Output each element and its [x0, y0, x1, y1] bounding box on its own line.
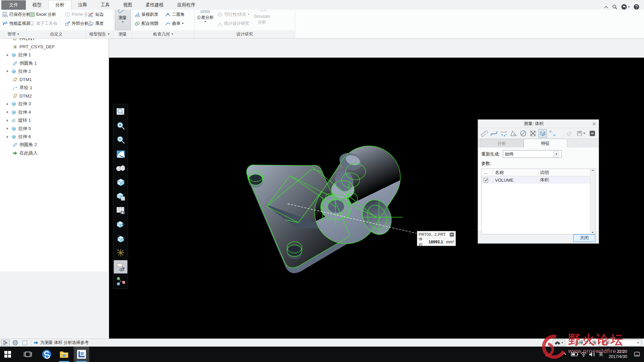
3d-model[interactable] — [246, 134, 413, 273]
expand-arrow-icon[interactable] — [6, 103, 9, 106]
collapse-dialog-button[interactable] — [588, 129, 597, 138]
dialog-title-bar[interactable]: 测量: 体积 — [478, 120, 599, 128]
spin-center-button[interactable] — [114, 274, 127, 288]
zoom-out-button[interactable] — [114, 133, 127, 147]
regenerate-dropdown[interactable]: 始终 — [503, 150, 562, 158]
tab-file[interactable]: 文件 — [1, 0, 26, 10]
dialog-close-button[interactable] — [589, 122, 599, 126]
checkbox-checked[interactable] — [484, 178, 488, 182]
find-button[interactable] — [553, 340, 565, 346]
curvature-button[interactable]: 曲率 — [164, 19, 195, 27]
statistical-design-study-button[interactable]: 统计设计研究 — [216, 19, 251, 27]
clock[interactable]: 22:20 2017/4/30 — [606, 349, 629, 359]
creo-taskbar-button[interactable] — [74, 347, 89, 362]
tree-item[interactable]: PRT_CSYS_DEF — [0, 43, 109, 51]
tree-item[interactable]: 倒圆角 2 — [0, 141, 109, 149]
tree-item[interactable]: 拉伸 5 — [0, 124, 109, 132]
tree-item[interactable]: 倒圆角 1 — [0, 59, 109, 67]
group-label-check-geometry[interactable]: 检查几何 — [132, 30, 194, 38]
file-explorer-button[interactable] — [56, 347, 72, 362]
table-row[interactable]: VOLUME 体积 — [482, 176, 595, 184]
tree-item[interactable]: 拉伸 4 — [0, 108, 109, 116]
tab-analysis[interactable]: 分析 — [48, 0, 71, 10]
tab-model[interactable]: 模型 — [26, 0, 48, 10]
wifi-icon[interactable] — [580, 352, 587, 357]
tab-annotate[interactable]: 注释 — [71, 0, 94, 10]
toolkit-based-button[interactable]: 基于工具包 — [28, 19, 63, 27]
zoom-in-button[interactable] — [114, 119, 127, 133]
full-screen-toggle-button[interactable] — [20, 340, 29, 346]
tree-item[interactable]: 拉伸 2 — [0, 67, 109, 75]
expand-arrow-icon[interactable] — [6, 135, 9, 138]
save-analysis-button[interactable] — [575, 129, 587, 138]
expand-arrow-icon[interactable] — [6, 70, 9, 73]
refit-button[interactable] — [114, 105, 127, 119]
dihedral-angle-button[interactable]: 二面角 — [164, 10, 195, 18]
draft-angle-button[interactable]: 拔模斜度 — [133, 10, 163, 18]
annotation-display-button[interactable] — [114, 260, 127, 274]
action-center-button[interactable] — [631, 347, 643, 362]
measure-angle-button[interactable] — [509, 129, 518, 138]
repaint-button[interactable] — [114, 147, 127, 161]
task-view-button[interactable] — [20, 347, 36, 362]
help-button[interactable] — [634, 4, 639, 10]
web-browser-button[interactable] — [11, 340, 19, 346]
clear-results-button[interactable] — [565, 129, 574, 138]
datum-display-filters-button[interactable] — [114, 246, 127, 259]
close-dialog-button[interactable]: 关闭 — [573, 234, 595, 242]
tree-item[interactable]: 拉伸 3 — [0, 100, 109, 108]
expand-arrow-icon[interactable] — [6, 127, 9, 130]
search-button[interactable] — [612, 4, 618, 10]
tab-view[interactable]: 视图 — [116, 0, 139, 10]
named-views-button[interactable] — [114, 204, 127, 217]
measure-volume-button[interactable] — [538, 129, 547, 138]
tree-item[interactable]: DTM2 — [0, 92, 109, 100]
measure-point-distance-button[interactable] — [499, 129, 508, 138]
selection-filter-dropdown[interactable]: 全部 — [599, 340, 641, 346]
scroll-down-icon[interactable] — [592, 232, 594, 233]
table-scrollbar[interactable] — [590, 169, 595, 234]
tree-item[interactable]: 拉伸 6 — [0, 133, 109, 141]
tree-item[interactable]: 拉伸 1 — [0, 51, 109, 59]
collapse-ribbon-button[interactable] — [604, 5, 608, 9]
dropdown-button[interactable] — [553, 150, 559, 158]
display-style-button[interactable] — [114, 162, 127, 175]
expand-arrow-icon[interactable] — [6, 111, 9, 114]
language-indicator[interactable]: 英 — [597, 351, 604, 357]
thickness-button[interactable]: 厚度 — [87, 19, 117, 27]
view-manager-button[interactable] — [114, 190, 127, 203]
measure-transform-button[interactable] — [548, 129, 557, 138]
tab-flexible-modeling[interactable]: 柔性建模 — [139, 0, 170, 10]
collapse-icon[interactable] — [449, 232, 454, 237]
tab-tools[interactable]: 工具 — [94, 0, 116, 10]
expand-arrow-icon[interactable] — [6, 119, 9, 122]
learning-center-button[interactable] — [621, 4, 630, 10]
excel-analysis-button[interactable]: Excel 分析 — [28, 10, 63, 18]
battery-icon[interactable] — [571, 352, 578, 357]
scroll-up-icon[interactable] — [591, 170, 594, 171]
tab-feature[interactable]: 特征 — [524, 139, 567, 147]
speaker-icon[interactable] — [589, 352, 595, 357]
expand-arrow-icon[interactable] — [6, 54, 9, 57]
measure-distance-button[interactable] — [480, 129, 489, 138]
tab-applications[interactable]: 应用程序 — [170, 0, 202, 10]
feasibility-optimization-button[interactable]: 可行性/优化 — [216, 10, 251, 18]
pairs-clearance-button[interactable]: 配合间隙 — [133, 19, 163, 27]
group-label-manage[interactable]: 管理 — [0, 30, 26, 38]
saved-orientations-button[interactable] — [114, 176, 127, 189]
sogou-browser-button[interactable] — [39, 347, 54, 362]
tab-analysis[interactable]: 分析 — [480, 139, 524, 147]
tree-item[interactable]: 在此插入 — [0, 149, 109, 157]
start-button[interactable] — [0, 347, 15, 362]
measure-bounding-box-button[interactable] — [529, 129, 537, 138]
tree-item[interactable]: 旋转 1 — [0, 116, 109, 124]
tree-item[interactable]: DTM1 — [0, 75, 109, 83]
short-edge-button[interactable]: 短边 — [87, 10, 117, 18]
tray-expand-button[interactable] — [559, 347, 569, 362]
measure-length-button[interactable] — [490, 129, 498, 138]
toggle-navigator-button[interactable] — [1, 340, 10, 346]
measure-diameter-button[interactable] — [519, 129, 528, 138]
tree-item[interactable]: 草绘 1 — [0, 84, 109, 92]
group-label-model-report[interactable]: 模型报告 — [86, 30, 113, 38]
view-normal-button[interactable] — [114, 218, 127, 231]
